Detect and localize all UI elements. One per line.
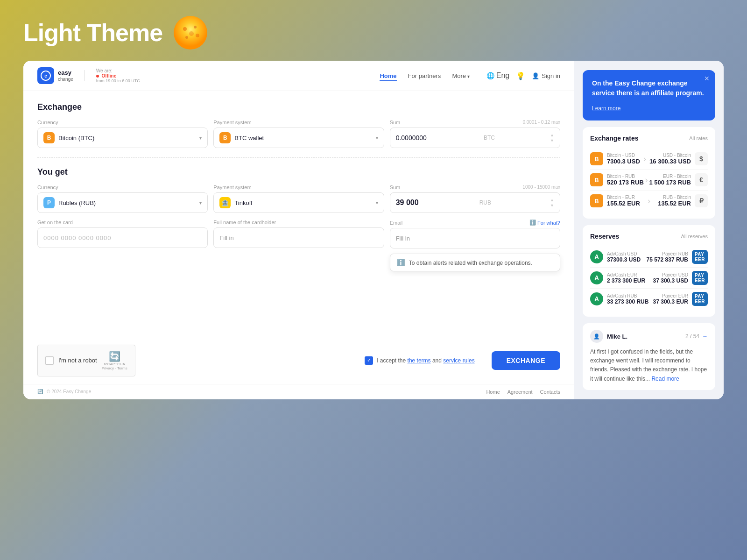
name-label: Full name of the cardholder — [213, 220, 384, 225]
nav-link-home[interactable]: Home — [380, 72, 396, 79]
reserve-right-name-2: Payeer EUR — [653, 293, 688, 298]
footer-link-home[interactable]: Home — [486, 389, 500, 395]
theme-toggle[interactable]: 💡 — [516, 71, 525, 80]
advcash-icon-2: A — [590, 292, 603, 305]
btc-wallet-icon: B — [219, 132, 231, 143]
footer-link-contacts[interactable]: Contacts — [540, 389, 560, 395]
name-input[interactable]: Fill in — [213, 227, 384, 248]
nav-link-more[interactable]: More — [452, 72, 469, 79]
for-what-link[interactable]: ℹ️ For what? — [529, 220, 560, 226]
reserve-right-name-0: Payeer RUB — [647, 251, 688, 256]
logo-area: e easy change — [37, 67, 73, 84]
reserve-amount-2: 33 273 300 RUB — [607, 298, 648, 305]
promo-link[interactable]: Learn more — [592, 105, 620, 112]
sum-range: 0.0001 - 0.12 max — [522, 120, 560, 125]
rate-icon-2: B — [590, 194, 603, 207]
footer-link-agreement[interactable]: Agreement — [507, 389, 533, 395]
email-input[interactable]: Fill in — [390, 228, 560, 248]
svg-point-1 — [183, 27, 187, 31]
payment-label: Payment system — [213, 120, 384, 125]
light-icon: 💡 — [516, 71, 525, 80]
reviewer-avatar: 👤 — [590, 330, 603, 343]
reserves-all-link[interactable]: All reserves — [681, 234, 708, 239]
rate-value-right-2: 135.52 EUR — [658, 200, 691, 207]
currency-label: Currency — [37, 120, 208, 125]
reserve-right-amount-2: 37 300.3 EUR — [653, 298, 688, 305]
reserve-name-1: AdvCash EUR — [607, 272, 645, 277]
captcha-box[interactable]: I'm not a robot 🔄 reCAPTCHA Privacy - Te… — [37, 345, 135, 376]
reserve-name-0: AdvCash USD — [607, 251, 641, 256]
card-input[interactable]: 0000 0000 0000 0000 — [37, 227, 208, 248]
rate-value-left-0: 7300.3 USD — [607, 158, 640, 165]
read-more-link[interactable]: Read more — [651, 376, 679, 382]
payeer-badge-0: PAYEER — [692, 250, 708, 264]
payment-value: BTC wallet — [234, 135, 372, 142]
payment-select[interactable]: B BTC wallet ▾ — [213, 128, 384, 148]
get-currency-select[interactable]: P Rubles (RUB) ▾ — [37, 192, 208, 213]
footer-links: Home Agreement Contacts — [486, 389, 560, 395]
email-group: Email ℹ️ For what? Fill in ℹ️ To obtain … — [390, 220, 560, 271]
rates-all-link[interactable]: All rates — [689, 135, 708, 141]
accept-checkbox[interactable]: ✓ — [365, 356, 373, 365]
accept-area: ✓ I accept the the terms and service rul… — [145, 356, 475, 365]
rates-title: Exchange rates — [590, 135, 639, 142]
footer-copyright: © 2024 Easy Change — [47, 389, 91, 394]
recaptcha-brand: reCAPTCHA — [104, 362, 125, 366]
reserves-header: Reserves All reserves — [590, 233, 708, 240]
reserve-right-name-1: Payeer USD — [653, 272, 688, 277]
promo-close-button[interactable]: ✕ — [704, 75, 710, 82]
section-divider-1 — [37, 157, 560, 158]
sun-icon — [172, 14, 209, 51]
terms-link[interactable]: the terms — [408, 357, 431, 364]
details-row: Get on the card 0000 0000 0000 0000 Full… — [37, 220, 560, 271]
recaptcha-icon: 🔄 — [109, 351, 120, 362]
svg-point-4 — [185, 36, 188, 39]
rate-arrow-2: › — [648, 196, 650, 206]
get-sum-group: Sum 1000 - 15000 max 39 000 RUB ▲▼ — [390, 184, 560, 213]
reserves-card: Reserves All reserves A AdvCash USD 3730… — [583, 225, 715, 317]
rate-currency-icon-1: € — [695, 173, 708, 186]
rate-currency-icon-2: ₽ — [695, 194, 708, 207]
get-payment-arrow: ▾ — [376, 200, 378, 206]
status-value: Offline — [96, 73, 140, 78]
rate-pair-left-1: Bitcoin - RUB — [607, 174, 644, 179]
rate-pair-right-0: USD - Bitcoin — [649, 153, 691, 158]
globe-icon: 🌐 — [486, 72, 494, 79]
nav-link-partners[interactable]: For partners — [408, 72, 441, 79]
exchange-button[interactable]: EXCHANGE — [492, 351, 560, 370]
rate-value-right-0: 16 300.33 USD — [649, 158, 691, 165]
currency-group: Currency B Bitcoin (BTC) ▾ — [37, 120, 208, 148]
promo-text: On the Easy Change exchange service ther… — [592, 78, 706, 98]
sign-in-button[interactable]: 👤 Sign in — [532, 72, 560, 79]
get-currency-label: Currency — [37, 184, 208, 190]
reserve-amount-1: 2 373 300 EUR — [607, 277, 645, 284]
captcha-checkbox[interactable] — [45, 356, 54, 365]
status-dot — [96, 75, 99, 78]
right-panel: ✕ On the Easy Change exchange service th… — [574, 61, 724, 399]
email-label: Email — [390, 220, 403, 226]
currency-select[interactable]: B Bitcoin (BTC) ▾ — [37, 128, 208, 148]
get-sum-input[interactable]: 39 000 RUB ▲▼ — [390, 192, 560, 213]
reviewer-name: Mike L. — [607, 333, 627, 340]
exchangee-row: Currency B Bitcoin (BTC) ▾ Payment syste… — [37, 120, 560, 148]
page-header: Light Theme — [0, 0, 747, 61]
rate-pair-left-0: Bitcoin - USD — [607, 153, 640, 158]
review-counter: 2 / 54 → — [685, 333, 708, 340]
get-payment-select[interactable]: 🏦 Tinkoff ▾ — [213, 192, 384, 213]
review-next-arrow[interactable]: → — [702, 333, 708, 340]
info-icon: ℹ️ — [529, 220, 536, 226]
currency-value: Bitcoin (BTC) — [58, 135, 196, 142]
service-rules-link[interactable]: service rules — [443, 357, 474, 364]
get-payment-group: Payment system 🏦 Tinkoff ▾ — [213, 184, 384, 213]
sum-input[interactable]: 0.0000000 BTC ▲▼ — [390, 128, 560, 148]
captcha-label: I'm not a robot — [58, 357, 97, 364]
card-group: Get on the card 0000 0000 0000 0000 — [37, 220, 208, 271]
nav-icons: 🌐 Eng 💡 👤 Sign in — [486, 71, 560, 80]
recaptcha-sub: Privacy - Terms — [102, 366, 127, 370]
user-icon: 👤 — [532, 72, 539, 79]
page-title: Light Theme — [23, 19, 162, 47]
tinkoff-icon: 🏦 — [219, 197, 231, 208]
status-area: We are: Offline from 19:00 to 6:00 UTC — [96, 68, 140, 83]
advcash-icon-0: A — [590, 250, 603, 263]
language-selector[interactable]: 🌐 Eng — [486, 71, 509, 80]
